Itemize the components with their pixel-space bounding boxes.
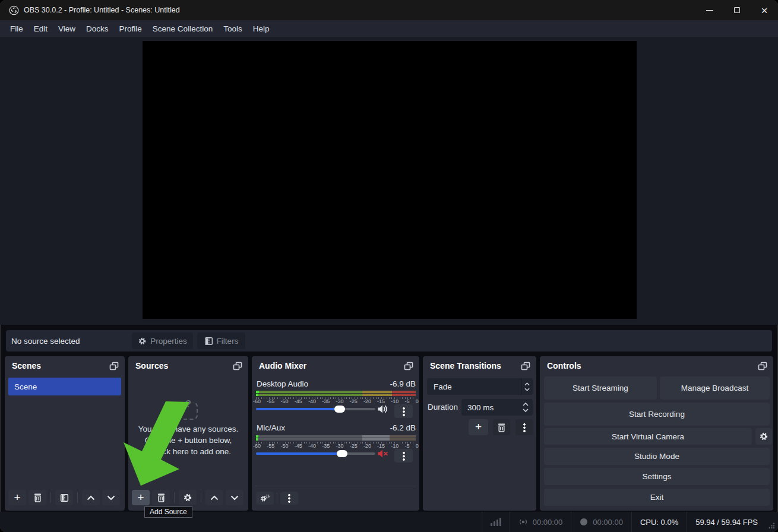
popout-dock-icon[interactable] <box>758 362 767 370</box>
meter-tick-label: -45 <box>295 443 302 449</box>
mixer-options-button[interactable] <box>280 492 298 505</box>
menu-item-scene-collection[interactable]: Scene Collection <box>147 20 218 37</box>
source-properties-button[interactable] <box>179 490 197 505</box>
plus-icon: + <box>137 492 144 503</box>
stream-timer: 00:00:00 <box>533 518 563 527</box>
move-source-up-button[interactable] <box>205 490 223 505</box>
kebab-icon <box>403 451 405 461</box>
sources-empty-message[interactable]: You don't have any sources. Click the + … <box>128 423 248 457</box>
desktop-audio-volume-slider[interactable] <box>256 405 375 413</box>
meter-tick-label: 0 <box>416 398 419 404</box>
sources-dock: Sources ? You don't have any sources. Cl… <box>128 356 248 511</box>
exit-button[interactable]: Exit <box>544 489 770 506</box>
settings-button[interactable]: Settings <box>544 468 770 485</box>
manage-broadcast-button[interactable]: Manage Broadcast <box>660 376 770 400</box>
mic-aux-meter <box>256 435 416 441</box>
popout-dock-icon[interactable] <box>233 362 242 370</box>
popout-dock-icon[interactable] <box>109 362 119 370</box>
move-source-down-button[interactable] <box>226 490 243 505</box>
controls-dock-title: Controls <box>547 361 581 370</box>
add-scene-button[interactable]: + <box>8 490 26 505</box>
meter-tick-label: -10 <box>391 443 399 449</box>
menu-item-edit[interactable]: Edit <box>29 20 53 37</box>
meter-tick-label: -5 <box>405 443 410 449</box>
menu-item-profile[interactable]: Profile <box>114 20 147 37</box>
obs-window: OBS 30.0.2 - Profile: Untitled - Scenes:… <box>0 0 778 532</box>
menu-item-file[interactable]: File <box>5 20 29 37</box>
move-scene-down-button[interactable] <box>102 490 120 505</box>
plus-icon: + <box>475 421 482 432</box>
scene-item-label: Scene <box>14 382 37 391</box>
scene-list-item[interactable]: Scene <box>8 378 121 395</box>
studio-mode-button[interactable]: Studio Mode <box>544 448 770 465</box>
combo-spinner-icons[interactable] <box>521 378 533 395</box>
record-status-icon <box>580 518 588 526</box>
close-button[interactable]: × <box>751 0 778 20</box>
close-icon: × <box>761 5 767 16</box>
start-virtual-camera-button[interactable]: Start Virtual Camera <box>544 428 752 445</box>
toolbar-separator <box>201 492 201 503</box>
meter-tick-label: -35 <box>322 398 330 404</box>
slider-handle[interactable] <box>337 450 347 457</box>
meter-tick-label: 0 <box>416 443 419 449</box>
filters-icon <box>60 493 69 502</box>
desktop-audio-options-button[interactable] <box>394 404 413 418</box>
transition-options-button[interactable] <box>515 419 533 435</box>
sources-dock-title: Sources <box>135 361 168 370</box>
cpu-usage-section: CPU: 0.0% <box>631 512 687 532</box>
resize-grip[interactable] <box>766 512 778 532</box>
spin-up-icon[interactable] <box>523 403 529 406</box>
minimize-icon <box>706 10 713 11</box>
mic-aux-options-button[interactable] <box>394 449 413 463</box>
slider-handle[interactable] <box>334 406 345 413</box>
desktop-audio-mute-button[interactable] <box>377 404 388 414</box>
toolbar-separator <box>50 492 51 503</box>
add-transition-button[interactable]: + <box>469 419 488 435</box>
menu-item-tools[interactable]: Tools <box>218 20 248 37</box>
scene-filters-button[interactable] <box>55 490 73 505</box>
virtual-camera-config-button[interactable] <box>755 428 772 445</box>
toolbar-separator <box>277 493 277 504</box>
sources-toolbar: + <box>132 490 243 505</box>
scene-transitions-dock: Scene Transitions Fade Duration 300 ms + <box>423 356 536 511</box>
duration-input[interactable]: 300 ms <box>461 399 533 416</box>
popout-dock-icon[interactable] <box>521 362 530 370</box>
remove-transition-button[interactable] <box>493 419 510 435</box>
meter-tick-label: -45 <box>295 398 302 404</box>
mic-aux-volume-slider[interactable] <box>256 449 375 458</box>
mic-aux-unmute-button[interactable] <box>377 448 388 459</box>
remove-scene-button[interactable] <box>29 490 46 505</box>
no-source-selected-label: No source selected <box>11 337 80 346</box>
properties-button[interactable]: Properties <box>132 332 193 349</box>
transition-select[interactable]: Fade <box>427 378 533 395</box>
chevron-up-icon <box>87 495 95 501</box>
add-source-button[interactable]: + <box>132 490 150 505</box>
meter-tick-label: -5 <box>405 398 410 404</box>
maximize-button[interactable] <box>723 0 751 20</box>
cpu-usage: CPU: 0.0% <box>640 518 678 527</box>
start-streaming-button[interactable]: Start Streaming <box>544 376 657 400</box>
remove-source-button[interactable] <box>152 490 170 505</box>
stream-status-icon <box>518 517 528 527</box>
meter-tick-label: -30 <box>336 443 343 449</box>
filters-button[interactable]: Filters <box>197 332 245 349</box>
move-scene-up-button[interactable] <box>82 490 100 505</box>
mic-aux-name: Mic/Aux <box>257 423 285 432</box>
desktop-audio-meter <box>256 391 416 396</box>
menu-item-docks[interactable]: Docks <box>81 20 114 37</box>
meter-tick-label: -60 <box>253 443 261 449</box>
scene-transitions-dock-title: Scene Transitions <box>430 361 501 370</box>
record-timer-section: 00:00:00 <box>571 512 631 532</box>
meter-tick-label: -10 <box>391 398 399 404</box>
menu-item-view[interactable]: View <box>53 20 81 37</box>
advanced-audio-properties-button[interactable] <box>256 492 274 505</box>
spin-down-icon[interactable] <box>523 408 529 412</box>
meter-tick-label: -25 <box>350 443 358 449</box>
menu-item-help[interactable]: Help <box>248 20 275 37</box>
chevron-up-icon <box>210 495 219 501</box>
meter-tick-label: -40 <box>308 443 316 449</box>
minimize-button[interactable] <box>696 0 723 20</box>
preview-canvas[interactable] <box>143 41 637 319</box>
start-recording-button[interactable]: Start Recording <box>544 403 770 426</box>
popout-dock-icon[interactable] <box>404 362 413 370</box>
